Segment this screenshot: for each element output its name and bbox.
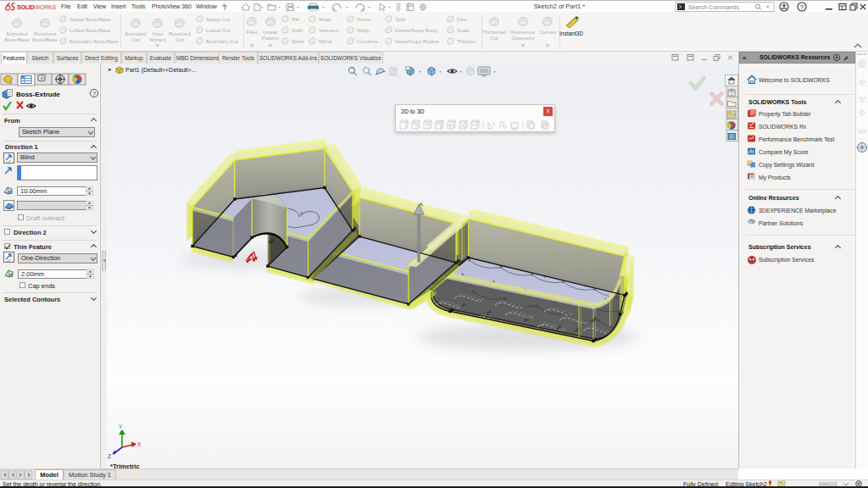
svg-text:X: X <box>137 441 142 447</box>
svg-text:Y: Y <box>119 424 123 430</box>
svg-text:Z: Z <box>108 453 111 459</box>
